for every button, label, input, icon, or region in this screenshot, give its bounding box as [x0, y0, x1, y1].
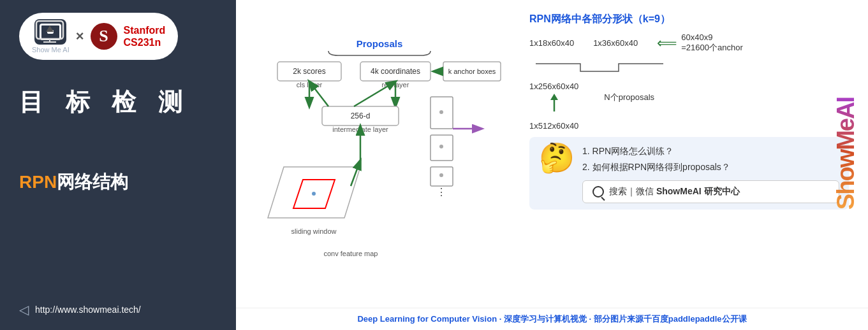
nav-icon: ◁ [19, 302, 29, 317]
middle-shapes: 1x256x60x40 N个proposals [529, 82, 849, 113]
website-section: ◁ http://www.showmeai.tech/ [19, 302, 141, 317]
svg-text:Proposals: Proposals [357, 38, 403, 49]
svg-text:k anchor boxes: k anchor boxes [448, 68, 496, 75]
svg-text:sliding window: sliding window [291, 227, 337, 235]
watermark-text: ShowMeAI [832, 97, 860, 210]
shape-1x36: 1x36x60x40 [593, 38, 638, 48]
svg-point-26 [439, 110, 443, 114]
stanford-text: Stanford CS231n [124, 24, 166, 48]
diagram-area: Proposals 2k scores cls layer 4k coordin… [236, 0, 868, 308]
svg-text:⋮: ⋮ [436, 187, 446, 197]
search-text: 搜索｜微信 ShowMeAI 研究中心 [609, 186, 740, 197]
row-3: 1x512x60x40 [529, 121, 849, 131]
page-title: 目 标 检 测 [19, 85, 190, 119]
footer-bar: Deep Learning for Computer Vision · 深度学习… [236, 308, 868, 330]
svg-point-27 [439, 145, 443, 148]
svg-text:256-d: 256-d [351, 111, 371, 120]
website-url: http://www.showmeai.tech/ [35, 305, 141, 315]
svg-point-32 [312, 192, 316, 196]
subtitle-orange: RPN [19, 172, 57, 192]
questions-area: 🤔 1. RPN网络怎么训练？ 2. 如何根据RPN网络得到proposals？… [529, 137, 849, 210]
question-1: 1. RPN网络怎么训练？ [582, 143, 839, 159]
brace-svg [529, 62, 670, 75]
svg-marker-37 [550, 94, 558, 100]
logo-area: Show Me AI × S Stanford CS231n [19, 13, 178, 60]
rpn-shapes-title: RPN网络中各部分形状（k=9） [529, 13, 849, 26]
right-info: RPN网络中各部分形状（k=9） 1x18x60x40 1x36x60x40 ⟸… [517, 6, 862, 301]
emoji-icon: 🤔 [539, 143, 575, 172]
sidebar: Show Me AI × S Stanford CS231n 目 标 检 测 R… [0, 0, 236, 330]
shapes-section: 1x18x60x40 1x36x60x40 ⟸ 60x40x9=21600个an… [529, 32, 849, 131]
network-diagram-svg: Proposals 2k scores cls layer 4k coordin… [246, 33, 513, 275]
up-arrow-svg [548, 94, 561, 113]
search-bar[interactable]: 搜索｜微信 ShowMeAI 研究中心 [582, 180, 839, 203]
stanford-line1: Stanford [124, 24, 166, 36]
svg-text:conv feature map: conv feature map [324, 250, 378, 257]
shape-1x512: 1x512x60x40 [529, 121, 578, 131]
svg-point-28 [439, 173, 443, 177]
shape-1x18: 1x18x60x40 [529, 38, 574, 48]
showmeai-label: Show Me AI [32, 46, 70, 54]
left-arrow-icon: ⟸ [657, 35, 677, 52]
cross-symbol: × [76, 28, 84, 45]
showmeai-watermark: ShowMeAI [827, 6, 865, 301]
left-diagram: Proposals 2k scores cls layer 4k coordin… [242, 6, 517, 301]
stanford-logo: S [91, 23, 117, 50]
showmeai-logo-icon [34, 19, 66, 45]
title-section: 目 标 检 测 [19, 85, 190, 119]
question-2: 2. 如何根据RPN网络得到proposals？ [582, 159, 839, 175]
footer-text: Deep Learning for Computer Vision · 深度学习… [357, 314, 746, 324]
svg-marker-3 [46, 25, 54, 32]
shape-60x40: 60x40x9=21600个anchor [681, 32, 743, 54]
svg-text:2k scores: 2k scores [293, 67, 325, 76]
questions-block: 1. RPN网络怎么训练？ 2. 如何根据RPN网络得到proposals？ 搜… [582, 143, 839, 203]
subtitle: RPN网络结构 [19, 170, 128, 194]
main-content: Proposals 2k scores cls layer 4k coordin… [236, 0, 868, 330]
shape-1x256: 1x256x60x40 [529, 82, 578, 91]
mid-left: 1x256x60x40 [529, 82, 578, 113]
shape-n-proposals: N个proposals [604, 92, 654, 103]
svg-text:4k coordinates: 4k coordinates [371, 67, 420, 76]
anchor-info-group: ⟸ 60x40x9=21600个anchor [657, 32, 743, 54]
shape-row-1: 1x18x60x40 1x36x60x40 ⟸ 60x40x9=21600个an… [529, 32, 849, 54]
subtitle-section: RPN网络结构 [19, 170, 128, 194]
brace-area [529, 62, 849, 75]
svg-line-20 [354, 82, 395, 106]
subtitle-white: 网络结构 [57, 172, 128, 192]
search-icon [592, 186, 604, 197]
stanford-line2: CS231n [124, 36, 166, 48]
